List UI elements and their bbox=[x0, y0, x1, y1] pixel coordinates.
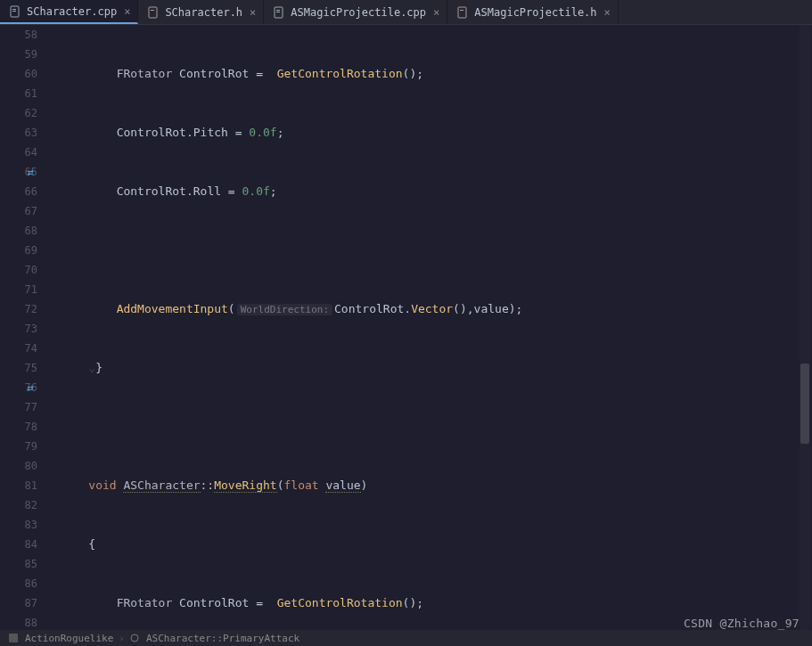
sync-icon[interactable]: ⇄ bbox=[27, 378, 33, 397]
vertical-scrollbar[interactable] bbox=[800, 25, 810, 630]
line-number: 67 bbox=[0, 201, 37, 221]
watermark: CSDN @Zhichao_97 bbox=[684, 617, 800, 630]
svg-point-11 bbox=[131, 634, 138, 642]
line-number: 82 bbox=[0, 495, 37, 515]
line-number: 74 bbox=[0, 339, 37, 358]
code-editor[interactable]: 58 59 60 61 62 63 64 ⇄65 66 67 68 69 70 … bbox=[0, 25, 812, 630]
scroll-thumb[interactable] bbox=[800, 364, 809, 444]
svg-rect-1 bbox=[12, 9, 16, 10]
tab-label: ASMagicProjectile.h bbox=[474, 6, 596, 19]
code-content[interactable]: FRotator ControlRot = GetControlRotation… bbox=[43, 25, 812, 630]
code-line: AddMovementInput(WorldDirection:ControlR… bbox=[43, 299, 812, 319]
file-tab[interactable]: SCharacter.cpp × bbox=[0, 0, 138, 24]
sync-icon[interactable]: ⇄ bbox=[27, 162, 33, 182]
line-number: 77 bbox=[0, 397, 37, 417]
line-number: 79 bbox=[0, 437, 37, 456]
line-number: 85 bbox=[0, 554, 37, 574]
line-number: 86 bbox=[0, 574, 37, 593]
file-tab[interactable]: ASMagicProjectile.cpp × bbox=[264, 0, 447, 24]
svg-rect-2 bbox=[12, 11, 16, 12]
line-number: 78 bbox=[0, 417, 37, 437]
status-bar: ActionRoguelike › ASCharacter::PrimaryAt… bbox=[0, 630, 812, 646]
close-icon[interactable]: × bbox=[124, 5, 130, 18]
line-number: 71 bbox=[0, 280, 37, 299]
header-file-icon bbox=[147, 6, 160, 19]
header-file-icon bbox=[456, 6, 469, 19]
svg-rect-7 bbox=[276, 12, 280, 12]
svg-rect-8 bbox=[458, 7, 466, 18]
file-tab[interactable]: ASMagicProjectile.h × bbox=[447, 0, 619, 24]
tab-label: ASMagicProjectile.cpp bbox=[291, 6, 426, 19]
cpp-file-icon bbox=[9, 5, 21, 18]
breadcrumb[interactable]: ActionRoguelike › ASCharacter::PrimaryAt… bbox=[9, 633, 299, 644]
code-line bbox=[43, 241, 812, 260]
svg-rect-6 bbox=[276, 10, 280, 11]
line-number: 59 bbox=[0, 45, 37, 64]
breadcrumb-item[interactable]: ASCharacter::PrimaryAttack bbox=[146, 633, 299, 644]
line-number: 73 bbox=[0, 319, 37, 339]
line-number: 60 bbox=[0, 64, 37, 84]
line-number: ⇄76 bbox=[0, 378, 37, 397]
line-number: 66 bbox=[0, 182, 37, 201]
line-number: 63 bbox=[0, 123, 37, 143]
line-number: 87 bbox=[0, 593, 37, 613]
code-line bbox=[43, 417, 812, 437]
line-number: 64 bbox=[0, 143, 37, 162]
breadcrumb-item[interactable]: ActionRoguelike bbox=[25, 633, 113, 644]
file-tab[interactable]: SCharacter.h × bbox=[138, 0, 264, 24]
line-number: 61 bbox=[0, 84, 37, 103]
cpp-file-icon bbox=[273, 6, 285, 19]
line-number: 81 bbox=[0, 476, 37, 495]
code-line: ControlRot.Pitch = 0.0f; bbox=[43, 123, 812, 143]
code-line: FRotator ControlRot = GetControlRotation… bbox=[43, 593, 812, 613]
tab-label: SCharacter.h bbox=[165, 6, 242, 19]
close-icon[interactable]: × bbox=[250, 6, 256, 19]
svg-rect-3 bbox=[149, 7, 157, 18]
tab-bar: SCharacter.cpp × SCharacter.h × ASMagicP… bbox=[0, 0, 812, 25]
line-number: 84 bbox=[0, 535, 37, 554]
chevron-right-icon: › bbox=[119, 633, 125, 644]
code-line: void ASCharacter::MoveRight(float value) bbox=[43, 476, 812, 495]
line-number: 83 bbox=[0, 515, 37, 535]
code-line: FRotator ControlRot = GetControlRotation… bbox=[43, 64, 812, 84]
line-number: ⇄65 bbox=[0, 162, 37, 182]
line-number: 69 bbox=[0, 241, 37, 260]
line-number: 80 bbox=[0, 456, 37, 476]
function-icon bbox=[130, 633, 141, 643]
code-line: { bbox=[43, 535, 812, 554]
module-icon bbox=[9, 633, 20, 643]
inlay-hint: WorldDirection: bbox=[237, 304, 332, 315]
svg-rect-9 bbox=[460, 10, 463, 11]
tab-label: SCharacter.cpp bbox=[27, 5, 117, 18]
svg-rect-10 bbox=[9, 634, 18, 642]
line-number: 70 bbox=[0, 260, 37, 280]
svg-rect-4 bbox=[151, 10, 154, 11]
code-line: ControlRot.Roll = 0.0f; bbox=[43, 182, 812, 201]
line-number: 58 bbox=[0, 25, 37, 45]
line-number: 75 bbox=[0, 358, 37, 378]
close-icon[interactable]: × bbox=[433, 6, 439, 19]
line-number: 72 bbox=[0, 299, 37, 319]
close-icon[interactable]: × bbox=[604, 6, 611, 19]
line-number-gutter: 58 59 60 61 62 63 64 ⇄65 66 67 68 69 70 … bbox=[0, 25, 43, 630]
line-number: 62 bbox=[0, 103, 37, 123]
code-line: ⌄} bbox=[43, 358, 812, 378]
line-number: 68 bbox=[0, 221, 37, 241]
